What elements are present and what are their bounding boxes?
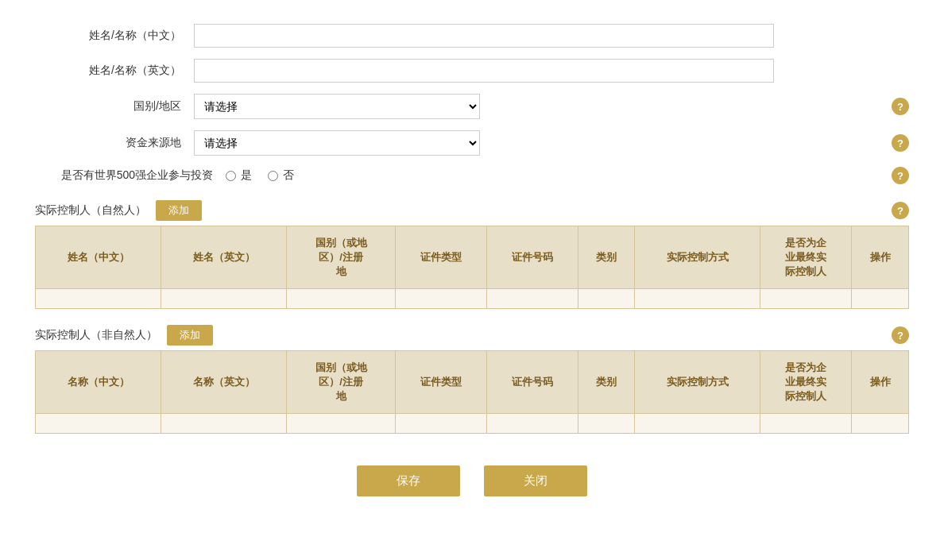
save-button[interactable]: 保存	[357, 465, 460, 496]
name-en-label: 姓名/名称（英文）	[35, 64, 194, 78]
section1-col-name-en: 姓名（英文）	[161, 226, 287, 289]
fortune500-row: 是否有世界500强企业参与投资 是 否 ?	[35, 167, 909, 184]
section1-header-row-table: 姓名（中文） 姓名（英文） 国别（或地区）/注册地 证件类型 证件号码 类别 实…	[36, 226, 909, 289]
form-section: 姓名/名称（中文） 姓名/名称（英文） 国别/地区 请选择 ? 资金来源地 请选…	[35, 24, 909, 184]
section2-header-row: 实际控制人（非自然人） 添加 ?	[35, 325, 909, 346]
section2-col-category: 类别	[578, 351, 635, 414]
fortune500-help-icon[interactable]: ?	[892, 167, 909, 184]
section2-col-final-control: 是否为企业最终实际控制人	[760, 351, 852, 414]
bottom-buttons: 保存 关闭	[35, 465, 909, 512]
section1-help-icon[interactable]: ?	[892, 202, 909, 219]
close-button[interactable]: 关闭	[484, 465, 587, 496]
fund-source-select[interactable]: 请选择	[194, 130, 480, 156]
section2-title: 实际控制人（非自然人）	[35, 328, 157, 342]
section1-col-cert-type: 证件类型	[395, 226, 486, 289]
section2-col-cert-type: 证件类型	[395, 351, 486, 414]
fortune500-label: 是否有世界500强企业参与投资	[35, 168, 226, 183]
section2-table: 名称（中文） 名称（英文） 国别（或地区）/注册地 证件类型 证件号码 类别 实…	[35, 350, 909, 434]
section2-header-row-table: 名称（中文） 名称（英文） 国别（或地区）/注册地 证件类型 证件号码 类别 实…	[36, 351, 909, 414]
section2-empty-row	[36, 414, 909, 434]
fund-source-row: 资金来源地 请选择 ?	[35, 130, 909, 156]
fund-source-help-icon[interactable]: ?	[892, 134, 909, 152]
section1-col-operation: 操作	[852, 226, 909, 289]
section2-col-control-method: 实际控制方式	[635, 351, 760, 414]
section2-help-icon[interactable]: ?	[892, 326, 909, 344]
radio-no-text: 否	[283, 168, 294, 183]
fund-source-label: 资金来源地	[35, 136, 194, 150]
page-container: 姓名/名称（中文） 姓名/名称（英文） 国别/地区 请选择 ? 资金来源地 请选…	[35, 24, 909, 512]
radio-yes-label[interactable]: 是	[226, 168, 252, 183]
section2-col-name-en: 名称（英文）	[161, 351, 287, 414]
name-en-input[interactable]	[194, 59, 774, 83]
section1-add-button[interactable]: 添加	[156, 200, 202, 221]
radio-no-input[interactable]	[268, 171, 278, 181]
section2-add-button[interactable]: 添加	[167, 325, 213, 346]
section1-col-country: 国别（或地区）/注册地	[287, 226, 396, 289]
radio-yes-text: 是	[241, 168, 252, 183]
section1-header-row: 实际控制人（自然人） 添加 ?	[35, 200, 909, 221]
country-select[interactable]: 请选择	[194, 94, 480, 119]
section1-col-final-control: 是否为企业最终实际控制人	[760, 226, 852, 289]
fortune500-radio-group: 是 否	[226, 168, 294, 183]
section1-block: 实际控制人（自然人） 添加 ? 姓名（中文） 姓名（英文） 国别（或地区）/注册…	[35, 200, 909, 309]
section1-col-category: 类别	[578, 226, 635, 289]
radio-no-label[interactable]: 否	[268, 168, 294, 183]
name-zh-label: 姓名/名称（中文）	[35, 29, 194, 43]
name-en-row: 姓名/名称（英文）	[35, 59, 909, 83]
section1-col-control-method: 实际控制方式	[635, 226, 760, 289]
section1-col-name-zh: 姓名（中文）	[36, 226, 161, 289]
name-zh-row: 姓名/名称（中文）	[35, 24, 909, 48]
section1-empty-row	[36, 289, 909, 309]
section1-title: 实际控制人（自然人）	[35, 203, 146, 218]
section2-col-cert-no: 证件号码	[486, 351, 578, 414]
section1-table: 姓名（中文） 姓名（英文） 国别（或地区）/注册地 证件类型 证件号码 类别 实…	[35, 226, 909, 309]
section2-col-operation: 操作	[852, 351, 909, 414]
radio-yes-input[interactable]	[226, 171, 236, 181]
country-help-icon[interactable]: ?	[892, 98, 909, 115]
country-row: 国别/地区 请选择 ?	[35, 94, 909, 119]
section1-col-cert-no: 证件号码	[486, 226, 578, 289]
country-label: 国别/地区	[35, 99, 194, 114]
name-zh-input[interactable]	[194, 24, 774, 48]
section2-col-name-zh: 名称（中文）	[36, 351, 161, 414]
section2-block: 实际控制人（非自然人） 添加 ? 名称（中文） 名称（英文） 国别（或地区）/注…	[35, 325, 909, 434]
section2-col-country: 国别（或地区）/注册地	[287, 351, 396, 414]
